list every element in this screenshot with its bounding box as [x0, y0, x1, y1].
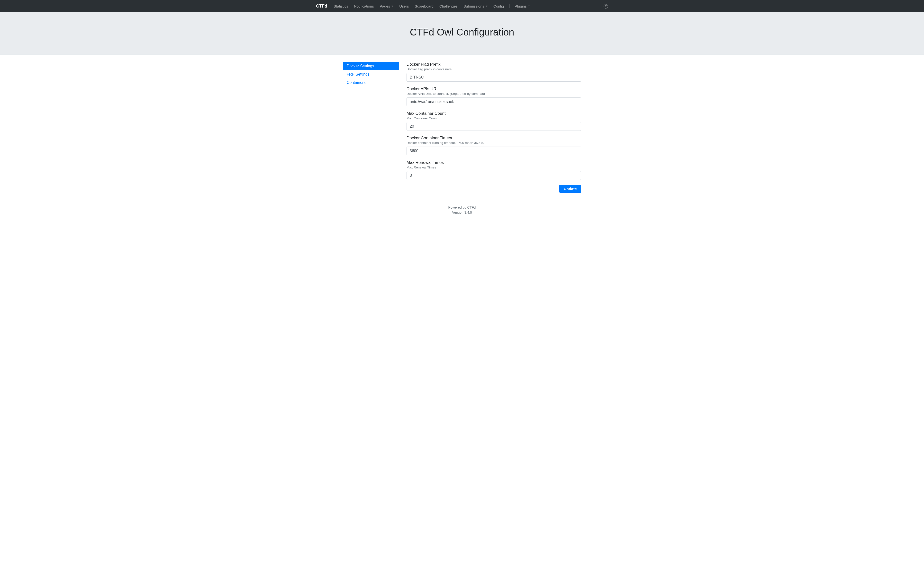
input-max-container-count[interactable] [406, 122, 581, 131]
nav-pages-label: Pages [380, 4, 390, 8]
nav-scoreboard[interactable]: Scoreboard [412, 2, 436, 10]
form-content: Docker Flag Prefix Docker flag prefix in… [406, 62, 581, 193]
footer: Powered by CTFd Version 3.4.0 [0, 202, 924, 222]
help-max-container-count: Max Container Count [406, 117, 581, 120]
help-docker-container-timeout: Docker container running timeout. 3600 m… [406, 141, 581, 145]
help-max-renewal-times: Max Renewal Times [406, 166, 581, 169]
nav-pages[interactable]: Pages [378, 2, 396, 10]
footer-version: Version 3.4.0 [0, 210, 924, 215]
nav-separator: | [508, 4, 511, 8]
caret-down-icon [485, 6, 488, 7]
nav-submissions-label: Submissions [464, 4, 484, 8]
navbar: CTFd Statistics Notifications Pages User… [0, 0, 924, 12]
sidebar-item-containers[interactable]: Containers [343, 79, 399, 87]
nav-submissions[interactable]: Submissions [462, 2, 490, 10]
footer-powered-link[interactable]: Powered by CTFd [448, 206, 476, 209]
caret-down-icon [528, 6, 530, 7]
form-group-docker-apis-url: Docker APIs URL Docker APIs URL to conne… [406, 87, 581, 106]
label-docker-flag-prefix: Docker Flag Prefix [406, 62, 581, 67]
brand-logo[interactable]: CTFd [316, 4, 330, 9]
caret-down-icon [391, 6, 393, 7]
help-link[interactable]: ? [604, 4, 608, 8]
nav-plugins[interactable]: Plugins [513, 2, 532, 10]
input-docker-container-timeout[interactable] [406, 146, 581, 155]
update-button[interactable]: Update [559, 185, 581, 193]
sidebar-item-frp-settings[interactable]: FRP Settings [343, 70, 399, 79]
input-max-renewal-times[interactable] [406, 171, 581, 180]
help-icon: ? [604, 4, 608, 8]
sidebar-item-docker-settings[interactable]: Docker Settings [343, 62, 399, 70]
nav-plugins-label: Plugins [515, 4, 527, 8]
help-docker-flag-prefix: Docker flag prefix in containers [406, 67, 581, 71]
input-docker-flag-prefix[interactable] [406, 73, 581, 82]
help-docker-apis-url: Docker APIs URL to connect. (Separated b… [406, 92, 581, 95]
nav-statistics[interactable]: Statistics [332, 2, 350, 10]
label-max-renewal-times: Max Renewal Times [406, 160, 581, 165]
nav-users[interactable]: Users [397, 2, 411, 10]
form-group-max-renewal-times: Max Renewal Times Max Renewal Times [406, 160, 581, 180]
label-docker-apis-url: Docker APIs URL [406, 87, 581, 91]
page-title: CTFd Owl Configuration [0, 27, 924, 38]
nav-notifications[interactable]: Notifications [352, 2, 376, 10]
label-max-container-count: Max Container Count [406, 111, 581, 116]
label-docker-container-timeout: Docker Container Timeout [406, 136, 581, 140]
sidebar: Docker Settings FRP Settings Containers [343, 62, 399, 193]
form-group-docker-container-timeout: Docker Container Timeout Docker containe… [406, 136, 581, 155]
nav-config[interactable]: Config [492, 2, 506, 10]
nav-challenges[interactable]: Challenges [437, 2, 460, 10]
form-group-max-container-count: Max Container Count Max Container Count [406, 111, 581, 131]
page-header: CTFd Owl Configuration [0, 12, 924, 55]
input-docker-apis-url[interactable] [406, 97, 581, 106]
form-group-docker-flag-prefix: Docker Flag Prefix Docker flag prefix in… [406, 62, 581, 82]
